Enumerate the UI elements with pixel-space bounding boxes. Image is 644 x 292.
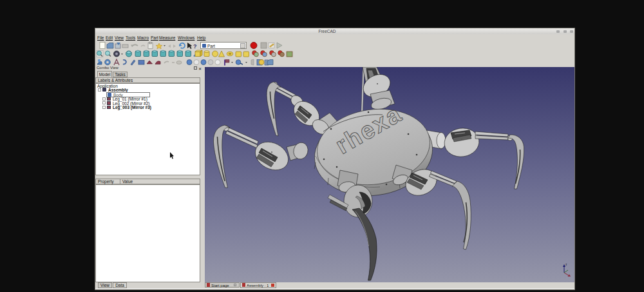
svg-text:?: ? (193, 43, 197, 50)
